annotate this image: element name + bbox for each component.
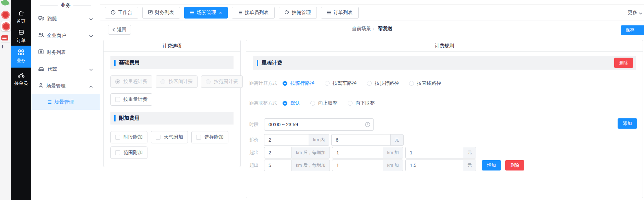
nav-item-orders[interactable]: 订单 (11, 27, 31, 43)
base-price-group: 元 (331, 134, 404, 146)
checkbox-time-extra[interactable]: 时段附加 (110, 131, 147, 143)
radio-driving-route[interactable]: 按驾车路径 (325, 80, 357, 86)
km-after-addon: km 后，每增加 (291, 147, 330, 158)
list-icon (190, 10, 194, 15)
radio-riding-route[interactable]: 按骑行路径 (283, 80, 314, 86)
checkbox-by-weight[interactable]: 按重量计费 (110, 93, 152, 106)
red-app-icon[interactable] (1, 11, 10, 19)
extra-fee-section-header: 附加费用 (110, 112, 234, 125)
submenu-title: 业务 (31, 0, 100, 10)
car-icon (38, 67, 44, 72)
checkbox-select-extra[interactable]: 选择附加 (191, 131, 228, 143)
radio-icon (160, 79, 165, 84)
wallet-icon (148, 10, 153, 15)
chevron-down-icon (89, 16, 93, 22)
tab-workbench[interactable]: 工作台 (105, 7, 138, 19)
accent-bar (114, 115, 116, 121)
weight-checkbox-row: 按重量计费 (110, 93, 234, 106)
delete-mileage-button[interactable]: 删除 (614, 58, 633, 68)
time-range-input[interactable] (264, 118, 374, 131)
person-icon (285, 10, 289, 15)
main-area: 工作台 财务列表 场景管理 × 接单员列表 抽佣管理 订单列表 (100, 0, 644, 200)
billing-rules-card: 计费规则 里程计费 删除 距离计算方式 按骑行路径 按驾车路径 按步行路径 按直… (246, 40, 643, 198)
radio-walking-route[interactable]: 按步行路径 (367, 80, 399, 86)
submenu-subitem-scene-management[interactable]: 场景管理 (31, 94, 100, 110)
checkbox-range-extra[interactable]: 范围附加 (110, 146, 147, 159)
radio-round-down[interactable]: 向下取整 (348, 100, 375, 106)
submenu-item-errand[interactable]: 跑腿 (31, 10, 100, 27)
exceed-distance-input[interactable] (264, 147, 291, 158)
nav-item-business[interactable]: 业务 (11, 46, 31, 68)
checkbox-icon (115, 135, 120, 140)
add-time-period-button[interactable]: 添加 (618, 118, 637, 129)
tab-courier-list[interactable]: 接单员列表 (232, 7, 275, 19)
km-add-addon: km 加 (383, 160, 403, 171)
list-icon (327, 10, 331, 15)
distance-calc-row: 距离计算方式 按骑行路径 按驾车路径 按步行路径 按直线路径 (249, 80, 639, 87)
list-check-icon (238, 10, 242, 15)
top-band (100, 0, 644, 5)
submenu-item-driving[interactable]: 代驾 (31, 61, 100, 78)
list-icon (47, 99, 52, 105)
radio-straight-route[interactable]: 按直线路径 (409, 80, 441, 86)
plus-icon[interactable]: + (1, 44, 4, 51)
chevron-down-icon (89, 33, 93, 38)
chevron-down-icon (89, 67, 93, 72)
base-price-input[interactable] (331, 134, 390, 146)
close-icon[interactable]: × (219, 10, 222, 15)
radio-icon (325, 81, 330, 86)
mileage-section-header: 里程计费 删除 (253, 56, 636, 70)
exceed-distance-input[interactable] (264, 160, 291, 171)
background-window-strip: + (0, 0, 11, 200)
radio-by-interval[interactable]: 按区间计费 (156, 75, 198, 88)
tab-bar: 工作台 财务列表 场景管理 × 接单员列表 抽佣管理 订单列表 (100, 5, 644, 21)
tab-finance-list[interactable]: 财务列表 (142, 7, 180, 19)
users-icon (38, 33, 44, 38)
fee-row-base: 起价 km 内 元 (249, 134, 639, 146)
submenu-item-scene[interactable]: 场景管理 (31, 78, 100, 94)
exceed-price-group: 元 (405, 160, 476, 171)
accent-bar (114, 60, 116, 66)
back-button[interactable]: 返回 (108, 25, 131, 35)
exceed-price-input[interactable] (405, 160, 463, 171)
delete-tier-button[interactable]: 删除 (505, 160, 524, 170)
home-icon (18, 10, 24, 17)
billing-rules-title: 计费规则 (246, 40, 643, 52)
tab-commission[interactable]: 抽佣管理 (279, 7, 317, 19)
base-distance-input[interactable] (264, 134, 309, 146)
tab-order-list[interactable]: 订单列表 (321, 7, 359, 19)
exceed-step-input[interactable] (332, 147, 383, 158)
exceed-step-group: km 加 (332, 160, 403, 171)
more-tabs-button[interactable]: 更多 (628, 10, 642, 16)
tab-scene-management[interactable]: 场景管理 × (184, 7, 228, 19)
radio-icon (206, 79, 211, 84)
submenu-item-finance[interactable]: 财务列表 (31, 44, 100, 61)
pdf-doc-icon[interactable] (1, 35, 8, 40)
fee-row-exceed-2: 超出 km 后，每增加 km 加 元 增加 删除 (249, 160, 639, 171)
exceed-step-input[interactable] (332, 160, 383, 171)
radio-round-default[interactable]: 默认 (283, 100, 300, 106)
radio-by-range[interactable]: 按范围计费 (201, 75, 243, 88)
order-icon (19, 30, 24, 36)
add-tier-button[interactable]: 增加 (482, 160, 501, 170)
nav-item-couriers[interactable]: 接单员 (11, 70, 31, 86)
radio-by-mileage[interactable]: 按里程计费 (110, 75, 152, 88)
selected-app-card[interactable] (1, 21, 11, 31)
exceed-distance-group: km 后，每增加 (264, 147, 330, 158)
leaf-icon (1, 0, 10, 7)
billing-options-card: 计费选项 基础费用 按里程计费 按区间计费 按范围计费 (103, 40, 241, 167)
save-button[interactable]: 保存 (621, 25, 644, 35)
nav-item-home[interactable]: 首页 (11, 8, 31, 23)
radio-icon (310, 101, 315, 106)
checkbox-weather-extra[interactable]: 天气附加 (151, 131, 188, 143)
checkbox-icon (196, 135, 201, 140)
distance-round-row: 距离取整方式 默认 向上取整 向下取整 (249, 99, 639, 107)
exceed-price-input[interactable] (405, 147, 463, 158)
submenu-item-merchants[interactable]: 企业商户 (31, 27, 100, 44)
km-add-addon: km 加 (383, 147, 403, 158)
radio-icon (348, 101, 353, 106)
exceed-distance-group: km 后，每增加 (264, 160, 330, 171)
radio-round-up[interactable]: 向上取整 (310, 100, 337, 106)
base-distance-group: km 内 (264, 134, 329, 146)
yuan-addon: 元 (463, 147, 476, 158)
